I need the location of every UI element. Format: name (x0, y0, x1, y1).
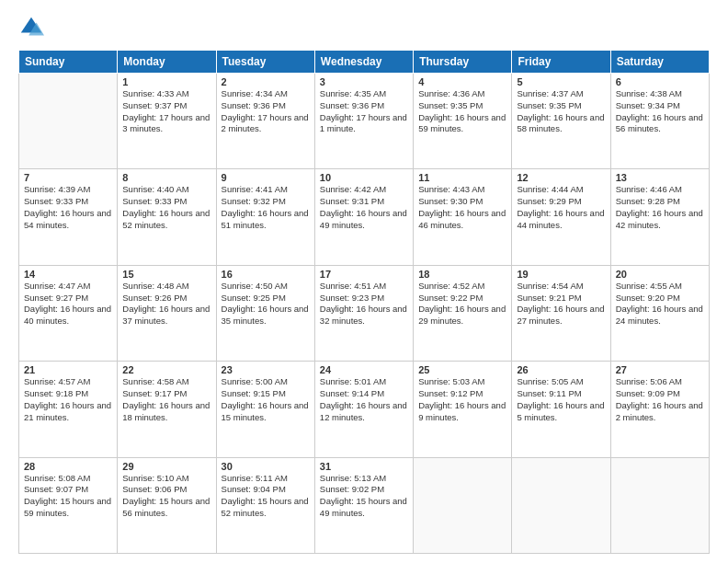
day-number: 18 (418, 269, 506, 280)
day-number: 24 (320, 364, 408, 375)
calendar-cell: 30Sunrise: 5:11 AMSunset: 9:04 PMDayligh… (216, 457, 314, 553)
day-info: Sunrise: 4:46 AMSunset: 9:28 PMDaylight:… (616, 184, 704, 231)
day-number: 1 (122, 76, 210, 87)
day-number: 8 (122, 172, 210, 183)
calendar-cell (512, 457, 610, 553)
day-info: Sunrise: 5:06 AMSunset: 9:09 PMDaylight:… (616, 376, 704, 423)
calendar-cell: 21Sunrise: 4:57 AMSunset: 9:18 PMDayligh… (19, 362, 118, 457)
calendar-week-row: 21Sunrise: 4:57 AMSunset: 9:18 PMDayligh… (19, 362, 710, 457)
calendar-week-row: 14Sunrise: 4:47 AMSunset: 9:27 PMDayligh… (19, 265, 710, 361)
day-info: Sunrise: 5:01 AMSunset: 9:14 PMDaylight:… (320, 376, 408, 423)
calendar-cell: 20Sunrise: 4:55 AMSunset: 9:20 PMDayligh… (610, 265, 709, 361)
day-number: 19 (517, 269, 605, 280)
calendar-cell: 26Sunrise: 5:05 AMSunset: 9:11 PMDayligh… (512, 362, 610, 457)
day-info: Sunrise: 4:37 AMSunset: 9:35 PMDaylight:… (517, 88, 605, 135)
day-info: Sunrise: 4:39 AMSunset: 9:33 PMDaylight:… (24, 184, 112, 231)
calendar-week-row: 28Sunrise: 5:08 AMSunset: 9:07 PMDayligh… (19, 457, 710, 553)
calendar-cell: 15Sunrise: 4:48 AMSunset: 9:26 PMDayligh… (118, 265, 216, 361)
day-info: Sunrise: 4:54 AMSunset: 9:21 PMDaylight:… (517, 281, 605, 327)
day-info: Sunrise: 5:11 AMSunset: 9:04 PMDaylight:… (222, 473, 310, 520)
day-number: 7 (24, 172, 112, 183)
calendar-cell: 7Sunrise: 4:39 AMSunset: 9:33 PMDaylight… (19, 169, 118, 265)
calendar-cell: 31Sunrise: 5:13 AMSunset: 9:02 PMDayligh… (314, 457, 413, 553)
calendar-cell: 28Sunrise: 5:08 AMSunset: 9:07 PMDayligh… (19, 457, 118, 553)
weekday-header: Wednesday (314, 51, 413, 74)
day-info: Sunrise: 5:03 AMSunset: 9:12 PMDaylight:… (418, 376, 506, 423)
calendar-cell: 6Sunrise: 4:38 AMSunset: 9:34 PMDaylight… (610, 74, 709, 169)
calendar-cell: 9Sunrise: 4:41 AMSunset: 9:32 PMDaylight… (216, 169, 314, 265)
day-info: Sunrise: 4:36 AMSunset: 9:35 PMDaylight:… (418, 88, 506, 135)
calendar-cell: 13Sunrise: 4:46 AMSunset: 9:28 PMDayligh… (610, 169, 709, 265)
day-number: 22 (122, 364, 210, 375)
day-number: 20 (616, 269, 704, 280)
day-info: Sunrise: 4:50 AMSunset: 9:25 PMDaylight:… (222, 281, 310, 327)
calendar-cell (610, 457, 709, 553)
day-info: Sunrise: 4:48 AMSunset: 9:26 PMDaylight:… (122, 281, 210, 327)
calendar-cell: 8Sunrise: 4:40 AMSunset: 9:33 PMDaylight… (118, 169, 216, 265)
day-number: 15 (122, 269, 210, 280)
day-info: Sunrise: 4:57 AMSunset: 9:18 PMDaylight:… (24, 376, 112, 423)
calendar-cell: 3Sunrise: 4:35 AMSunset: 9:36 PMDaylight… (314, 74, 413, 169)
weekday-header-row: SundayMondayTuesdayWednesdayThursdayFrid… (19, 51, 710, 74)
calendar-cell: 4Sunrise: 4:36 AMSunset: 9:35 PMDaylight… (414, 74, 512, 169)
day-info: Sunrise: 4:43 AMSunset: 9:30 PMDaylight:… (418, 184, 506, 231)
day-info: Sunrise: 4:35 AMSunset: 9:36 PMDaylight:… (320, 88, 408, 135)
calendar-cell: 19Sunrise: 4:54 AMSunset: 9:21 PMDayligh… (512, 265, 610, 361)
day-number: 6 (616, 76, 704, 87)
day-info: Sunrise: 4:51 AMSunset: 9:23 PMDaylight:… (320, 281, 408, 327)
day-info: Sunrise: 5:00 AMSunset: 9:15 PMDaylight:… (222, 376, 310, 423)
day-number: 5 (517, 76, 605, 87)
logo-icon (18, 15, 44, 40)
day-number: 11 (418, 172, 506, 183)
day-info: Sunrise: 4:44 AMSunset: 9:29 PMDaylight:… (517, 184, 605, 231)
page: SundayMondayTuesdayWednesdayThursdayFrid… (0, 0, 728, 563)
day-info: Sunrise: 4:41 AMSunset: 9:32 PMDaylight:… (222, 184, 310, 231)
day-number: 30 (222, 461, 310, 472)
day-number: 26 (517, 364, 605, 375)
calendar-cell: 17Sunrise: 4:51 AMSunset: 9:23 PMDayligh… (314, 265, 413, 361)
calendar-cell: 18Sunrise: 4:52 AMSunset: 9:22 PMDayligh… (414, 265, 512, 361)
weekday-header: Monday (118, 51, 216, 74)
calendar-cell: 5Sunrise: 4:37 AMSunset: 9:35 PMDaylight… (512, 74, 610, 169)
calendar-cell: 16Sunrise: 4:50 AMSunset: 9:25 PMDayligh… (216, 265, 314, 361)
weekday-header: Tuesday (216, 51, 314, 74)
calendar-cell: 23Sunrise: 5:00 AMSunset: 9:15 PMDayligh… (216, 362, 314, 457)
calendar-cell (414, 457, 512, 553)
day-number: 2 (222, 76, 310, 87)
calendar-cell: 11Sunrise: 4:43 AMSunset: 9:30 PMDayligh… (414, 169, 512, 265)
day-info: Sunrise: 5:10 AMSunset: 9:06 PMDaylight:… (122, 473, 210, 520)
day-number: 17 (320, 269, 408, 280)
calendar-cell: 2Sunrise: 4:34 AMSunset: 9:36 PMDaylight… (216, 74, 314, 169)
calendar-cell: 22Sunrise: 4:58 AMSunset: 9:17 PMDayligh… (118, 362, 216, 457)
day-number: 9 (222, 172, 310, 183)
calendar-table: SundayMondayTuesdayWednesdayThursdayFrid… (18, 50, 710, 554)
calendar-cell: 25Sunrise: 5:03 AMSunset: 9:12 PMDayligh… (414, 362, 512, 457)
day-number: 4 (418, 76, 506, 87)
day-info: Sunrise: 4:47 AMSunset: 9:27 PMDaylight:… (24, 281, 112, 327)
day-number: 13 (616, 172, 704, 183)
day-info: Sunrise: 5:05 AMSunset: 9:11 PMDaylight:… (517, 376, 605, 423)
logo (18, 15, 48, 40)
calendar-cell: 27Sunrise: 5:06 AMSunset: 9:09 PMDayligh… (610, 362, 709, 457)
calendar-cell (19, 74, 118, 169)
day-info: Sunrise: 4:34 AMSunset: 9:36 PMDaylight:… (222, 88, 310, 135)
day-info: Sunrise: 4:40 AMSunset: 9:33 PMDaylight:… (122, 184, 210, 231)
day-number: 31 (320, 461, 408, 472)
day-number: 28 (24, 461, 112, 472)
day-info: Sunrise: 4:55 AMSunset: 9:20 PMDaylight:… (616, 281, 704, 327)
calendar-cell: 14Sunrise: 4:47 AMSunset: 9:27 PMDayligh… (19, 265, 118, 361)
weekday-header: Friday (512, 51, 610, 74)
day-number: 23 (222, 364, 310, 375)
day-info: Sunrise: 4:52 AMSunset: 9:22 PMDaylight:… (418, 281, 506, 327)
calendar-cell: 24Sunrise: 5:01 AMSunset: 9:14 PMDayligh… (314, 362, 413, 457)
weekday-header: Saturday (610, 51, 709, 74)
day-number: 27 (616, 364, 704, 375)
calendar-week-row: 7Sunrise: 4:39 AMSunset: 9:33 PMDaylight… (19, 169, 710, 265)
day-info: Sunrise: 4:33 AMSunset: 9:37 PMDaylight:… (122, 88, 210, 135)
day-number: 16 (222, 269, 310, 280)
day-number: 29 (122, 461, 210, 472)
day-info: Sunrise: 4:38 AMSunset: 9:34 PMDaylight:… (616, 88, 704, 135)
calendar-cell: 29Sunrise: 5:10 AMSunset: 9:06 PMDayligh… (118, 457, 216, 553)
day-info: Sunrise: 5:13 AMSunset: 9:02 PMDaylight:… (320, 473, 408, 520)
day-number: 10 (320, 172, 408, 183)
